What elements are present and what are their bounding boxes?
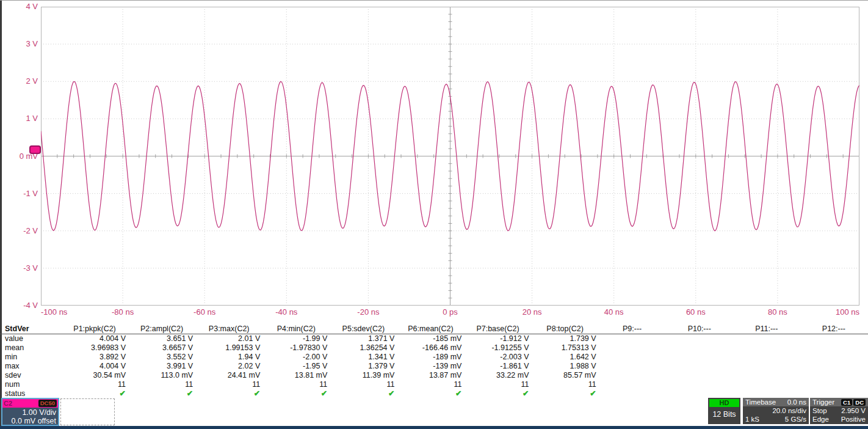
measure-cell: 11 [61, 380, 128, 389]
y-axis-label: 3 V [0, 39, 38, 49]
bottom-strip [0, 426, 868, 429]
x-axis-label: 40 ns [604, 307, 624, 317]
bits-label: 12 Bits [708, 407, 740, 422]
x-axis-label: -100 ns [41, 307, 67, 317]
measure-cell: -1.99 V [262, 334, 330, 343]
measure-row-label: num [0, 380, 61, 389]
measure-cell: 33.22 mV [464, 371, 531, 380]
channel-c2-descriptor[interactable]: C2 DC50 1.00 V/div 0.0 mV offset [1, 398, 59, 426]
measure-column-header[interactable]: P2:ampl(C2) [128, 324, 195, 334]
measure-cell: 85.57 mV [532, 371, 599, 380]
measure-column-header[interactable]: P6:mean(C2) [397, 324, 464, 334]
oscilloscope-app: 4 V3 V2 V1 V0 mV-1 V-2 V-3 V-4 V -100 ns… [0, 0, 868, 429]
status-check-icon: ✔ [128, 389, 195, 398]
measure-cell [599, 362, 666, 371]
measure-cell: -2.00 V [262, 353, 330, 362]
measure-cell: 11 [330, 380, 397, 389]
channel-offset: 0.0 mV offset [2, 417, 56, 425]
measure-cell [666, 343, 733, 353]
measure-cell: -1.912 V [464, 334, 531, 343]
timebase-scale: 20.0 ns/div [772, 406, 806, 415]
measure-cell: -1.95 V [262, 362, 330, 371]
measure-cell [666, 362, 733, 371]
acquisition-mode-box[interactable]: HD 12 Bits [708, 398, 740, 424]
y-axis-label: 4 V [0, 2, 38, 12]
measure-cell: 113.0 mV [128, 371, 195, 380]
measure-cell: -189 mV [397, 353, 464, 362]
x-axis-label: -60 ns [193, 307, 215, 317]
measure-cell: 1.94 V [195, 353, 262, 362]
measure-cell: -2.003 V [464, 353, 531, 362]
timebase-descriptor[interactable]: Timebase 0.0 ns 20.0 ns/div 1 kS 5 GS/s [743, 398, 809, 424]
measure-cell [733, 362, 800, 371]
empty-channel-slot[interactable] [60, 398, 115, 425]
measure-cell [599, 334, 666, 343]
channel-offset-marker-icon[interactable] [29, 145, 41, 154]
measure-column-header[interactable]: P3:max(C2) [195, 324, 262, 334]
measure-column-header[interactable]: P9:--- [599, 324, 666, 334]
measure-column-header[interactable]: P5:sdev(C2) [330, 324, 397, 334]
measure-cell [599, 389, 666, 398]
measure-cell [666, 353, 733, 362]
measure-cell: 2.01 V [195, 334, 262, 343]
timebase-samples: 1 kS [745, 415, 759, 424]
measure-column-header[interactable]: P7:base(C2) [464, 324, 531, 334]
channel-c2-settings: 1.00 V/div 0.0 mV offset [2, 408, 58, 425]
measure-cell: -1.861 V [464, 362, 531, 371]
measure-cell [733, 389, 800, 398]
measure-cell: 13.81 mV [262, 371, 330, 380]
measure-cell [599, 343, 666, 353]
trigger-descriptor[interactable]: Trigger C1 DC Stop 2.950 V Edge Positive [810, 398, 868, 424]
trigger-source-badge: C1 [841, 399, 852, 406]
waveform-svg [41, 7, 859, 306]
trigger-mode-row: Stop 2.950 V [810, 406, 868, 415]
measure-cell: -185 mV [397, 334, 464, 343]
measure-cell: 1.99153 V [195, 343, 262, 353]
measure-cell: 1.36254 V [330, 343, 397, 353]
measure-column-header[interactable]: P12:--- [800, 324, 867, 334]
status-check-icon: ✔ [330, 389, 397, 398]
y-axis-label: -4 V [0, 301, 38, 310]
measure-row-mean: mean3.96983 V3.6657 V1.99153 V-1.97830 V… [0, 343, 868, 353]
measure-cell: -1.91255 V [464, 343, 531, 353]
channel-c2-header: C2 DC50 [2, 399, 58, 408]
measure-column-header[interactable]: P1:pkpk(C2) [61, 324, 128, 334]
measure-cell [599, 371, 666, 380]
measure-cell [800, 371, 867, 380]
channel-scale: 1.00 V/div [2, 408, 56, 417]
measure-cell: 13.87 mV [397, 371, 464, 380]
measure-cell [800, 380, 867, 389]
measure-cell: 3.6657 V [128, 343, 195, 353]
trigger-mode: Stop [812, 406, 827, 415]
measure-cell: 1.341 V [330, 353, 397, 362]
measure-column-header[interactable]: P4:min(C2) [262, 324, 330, 334]
y-axis-label: -3 V [0, 263, 38, 273]
measure-cell: -1.97830 V [262, 343, 330, 353]
status-check-icon: ✔ [195, 389, 262, 398]
trigger-type-row: Edge Positive [810, 415, 868, 424]
measure-cell [599, 353, 666, 362]
measure-cell: 11 [464, 380, 531, 389]
trigger-label: Trigger [812, 398, 834, 406]
measure-cell: 3.96983 V [61, 343, 128, 353]
measure-header-row: StdVerP1:pkpk(C2)P2:ampl(C2)P3:max(C2)P4… [0, 324, 868, 334]
status-check-icon: ✔ [532, 389, 599, 398]
measure-column-header[interactable]: P11:--- [733, 324, 800, 334]
measure-cell [599, 380, 666, 389]
status-check-icon: ✔ [464, 389, 531, 398]
measure-cell [666, 380, 733, 389]
measure-row-num: num1111111111111111 [0, 380, 868, 389]
trigger-slope: Positive [841, 415, 866, 424]
trigger-badges: C1 DC [841, 399, 866, 406]
timebase-header: Timebase 0.0 ns [743, 398, 809, 406]
status-check-icon: ✔ [262, 389, 330, 398]
x-axis-label: 20 ns [523, 307, 542, 317]
measure-column-header[interactable]: P8:top(C2) [532, 324, 599, 334]
measure-column-header[interactable]: P10:--- [666, 324, 733, 334]
measure-row-label: value [0, 334, 61, 343]
waveform-grid[interactable] [41, 7, 859, 306]
y-axis-label: 2 V [0, 76, 38, 86]
measure-cell: -166.46 mV [397, 343, 464, 353]
measure-cell [800, 362, 867, 371]
x-axis-label: -20 ns [357, 307, 379, 317]
